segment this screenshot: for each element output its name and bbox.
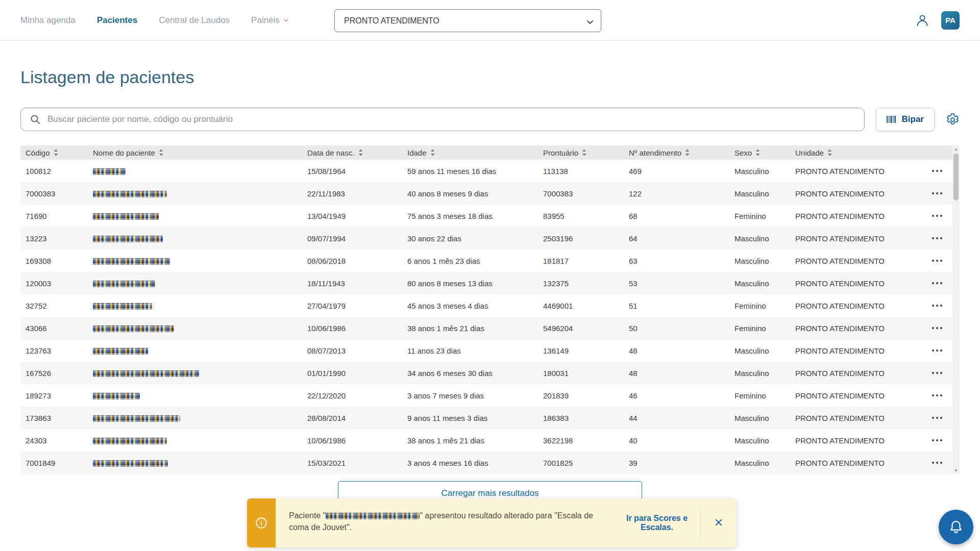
table-row[interactable]: 3275227/04/197945 anos 3 meses 4 dias446…	[20, 294, 952, 317]
sort-icon[interactable]	[54, 149, 58, 156]
cell-codigo: 24303	[20, 436, 88, 445]
sort-icon[interactable]	[685, 149, 690, 156]
cell-prontuario: 7000383	[538, 189, 624, 198]
nav-item-central-de-laudos[interactable]: Central de Laudos	[159, 15, 230, 26]
search-input[interactable]	[20, 108, 865, 131]
table-row[interactable]: 1322309/07/199430 anos 22 dias250319664M…	[20, 227, 952, 249]
column-header-label: Sexo	[734, 148, 752, 157]
row-menu-icon[interactable]	[922, 232, 952, 244]
cell-sexo: Masculino	[729, 414, 790, 422]
row-menu-icon[interactable]	[922, 255, 952, 267]
sort-icon[interactable]	[582, 149, 586, 156]
row-menu-icon[interactable]	[922, 367, 952, 379]
redacted-patient-name	[93, 325, 174, 332]
column-header-6[interactable]: Sexo	[729, 148, 790, 157]
user-icon[interactable]	[915, 13, 930, 28]
row-menu-icon[interactable]	[922, 165, 952, 177]
column-header-label: Prontuário	[543, 148, 578, 157]
row-menu-icon[interactable]	[922, 277, 952, 289]
redacted-patient-name	[93, 258, 170, 265]
cell-nome	[88, 391, 302, 400]
table-row[interactable]: 12000318/11/194380 anos 8 meses 13 dias1…	[20, 272, 952, 294]
column-header-4[interactable]: Prontuário	[538, 148, 624, 157]
table-row[interactable]: 10081215/08/196459 anos 11 meses 16 dias…	[20, 160, 952, 182]
cell-data-nasc: 15/08/1964	[302, 167, 402, 176]
sort-icon[interactable]	[430, 149, 435, 156]
column-header-1[interactable]: Nome do paciente	[88, 148, 302, 157]
cell-idade: 11 anos 23 dias	[402, 346, 538, 355]
cell-idade: 38 anos 1 mês 21 dias	[402, 324, 538, 333]
table-row[interactable]: 4306610/06/198638 anos 1 mês 21 dias5496…	[20, 317, 952, 339]
scroll-up-arrow[interactable]: ▲	[952, 145, 960, 153]
cell-prontuario: 113138	[538, 167, 624, 176]
close-icon[interactable]: ✕	[701, 498, 737, 547]
cell-actions	[922, 412, 952, 424]
table-row[interactable]: 700038322/11/198340 anos 8 meses 9 dias7…	[20, 182, 952, 205]
cell-unidade: PRONTO ATENDIMENTO	[790, 302, 922, 310]
column-header-3[interactable]: Idade	[402, 148, 538, 157]
cell-actions	[922, 277, 952, 289]
row-menu-icon[interactable]	[922, 434, 952, 446]
scrollbar-thumb[interactable]	[953, 154, 959, 201]
scroll-down-arrow[interactable]: ▼	[952, 467, 960, 474]
search-icon	[30, 114, 41, 125]
table-row[interactable]: 16930808/06/20186 anos 1 mês 23 dias1818…	[20, 249, 952, 272]
row-menu-icon[interactable]	[922, 322, 952, 334]
sort-icon[interactable]	[159, 149, 163, 156]
table-row[interactable]: 17386328/08/20149 anos 11 meses 3 dias18…	[20, 407, 952, 429]
nav-item-pacientes[interactable]: Pacientes	[97, 15, 137, 26]
unit-select[interactable]: PRONTO ATENDIMENTO	[334, 9, 601, 32]
info-icon	[247, 498, 276, 547]
column-header-0[interactable]: Código	[20, 148, 88, 157]
row-menu-icon[interactable]	[922, 299, 952, 312]
column-header-2[interactable]: Data de nasc.	[302, 148, 402, 157]
sort-icon[interactable]	[358, 149, 363, 156]
cell-atendimento: 44	[624, 414, 729, 422]
settings-gear-icon[interactable]	[946, 113, 960, 127]
row-menu-icon[interactable]	[922, 210, 952, 222]
nav-item-paineis[interactable]: Painéis	[251, 15, 289, 26]
cell-atendimento: 50	[624, 324, 729, 333]
table-row[interactable]: 2430310/06/198638 anos 1 mês 21 dias3622…	[20, 429, 952, 452]
toast-scores-link[interactable]: Ir para Scores e Escalas.	[618, 514, 696, 532]
cell-nome	[88, 436, 302, 445]
row-menu-icon[interactable]	[922, 389, 952, 402]
redacted-patient-name	[93, 393, 140, 399]
sort-icon[interactable]	[755, 149, 760, 156]
column-header-label: Nome do paciente	[93, 148, 155, 157]
table-row[interactable]: 12376308/07/201311 anos 23 dias13614948M…	[20, 339, 952, 362]
cell-unidade: PRONTO ATENDIMENTO	[790, 279, 922, 288]
cell-sexo: Masculino	[729, 436, 790, 445]
avatar[interactable]: PA	[941, 11, 960, 30]
table-scrollbar[interactable]: ▲ ▼	[952, 145, 960, 474]
notifications-fab[interactable]	[939, 510, 973, 544]
search-row: Bipar	[20, 108, 960, 131]
redacted-patient-name	[93, 438, 167, 444]
row-menu-icon[interactable]	[922, 457, 952, 469]
bipar-button[interactable]: Bipar	[876, 108, 935, 131]
row-menu-icon[interactable]	[922, 344, 952, 357]
cell-atendimento: 469	[624, 167, 729, 176]
cell-data-nasc: 15/03/2021	[302, 459, 402, 467]
cell-sexo: Feminino	[729, 212, 790, 220]
column-header-label: Unidade	[795, 148, 824, 157]
redacted-patient-name	[93, 303, 152, 310]
table-row[interactable]: 18927322/12/20203 anos 7 meses 9 dias201…	[20, 384, 952, 407]
row-menu-icon[interactable]	[922, 187, 952, 199]
column-header-7[interactable]: Unidade	[790, 148, 922, 157]
cell-data-nasc: 01/01/1990	[302, 369, 402, 378]
column-header-5[interactable]: Nº atendimento	[624, 148, 729, 157]
table-row[interactable]: 16752601/01/199034 anos 6 meses 30 dias1…	[20, 362, 952, 384]
cell-sexo: Masculino	[729, 167, 790, 176]
table-row[interactable]: 7169013/04/194975 anos 3 meses 18 dias83…	[20, 205, 952, 227]
cell-data-nasc: 13/04/1949	[302, 212, 402, 220]
cell-atendimento: 53	[624, 279, 729, 288]
cell-idade: 75 anos 3 meses 18 dias	[402, 212, 538, 220]
cell-prontuario: 5496204	[538, 324, 624, 333]
nav-item-minha-agenda[interactable]: Minha agenda	[20, 15, 76, 26]
row-menu-icon[interactable]	[922, 412, 952, 424]
table-header: CódigoNome do pacienteData de nasc.Idade…	[20, 145, 952, 160]
cell-sexo: Masculino	[729, 189, 790, 198]
sort-icon[interactable]	[827, 149, 832, 156]
table-row[interactable]: 700184915/03/20213 anos 4 meses 16 dias7…	[20, 452, 952, 474]
